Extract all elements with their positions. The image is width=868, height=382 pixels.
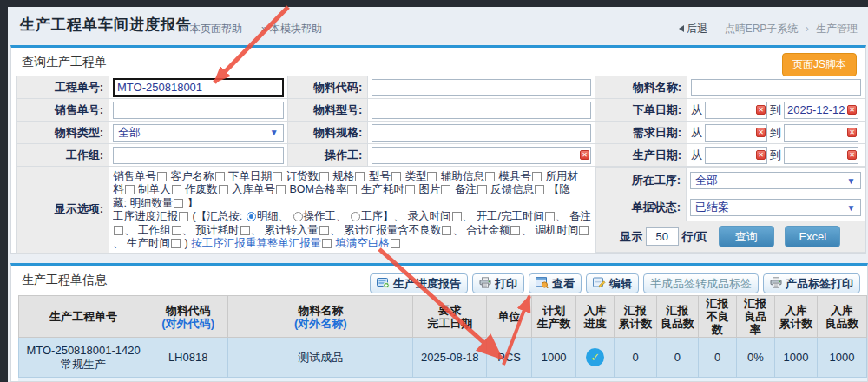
clear-date-icon[interactable]: ✕ <box>756 128 766 137</box>
back-button[interactable]: 后退 <box>679 23 707 35</box>
option-link[interactable]: 填满空白格 <box>336 237 391 249</box>
column-header[interactable]: 汇报良品数 <box>656 296 698 338</box>
material-type-select[interactable]: 全部▼ <box>113 124 284 142</box>
column-header[interactable]: 要求完工日期 <box>413 296 487 338</box>
sales-no-input[interactable] <box>113 102 284 119</box>
checkbox[interactable] <box>427 172 437 181</box>
material-name-input[interactable] <box>691 79 861 96</box>
checkbox[interactable] <box>405 185 415 194</box>
checkbox[interactable] <box>322 239 332 248</box>
checkbox[interactable] <box>452 212 462 221</box>
order-no-input[interactable] <box>113 78 284 97</box>
checkbox[interactable] <box>347 185 357 194</box>
column-header[interactable]: 入库累计数 <box>774 296 817 338</box>
cell: 0 <box>615 338 656 378</box>
checkbox[interactable] <box>545 212 555 221</box>
column-header[interactable]: 物料代码(对外代码) <box>148 296 228 338</box>
material-model-input[interactable] <box>372 102 591 119</box>
checkbox[interactable] <box>355 172 365 181</box>
cell: 1000 <box>774 338 817 378</box>
column-header[interactable]: 物料名称(对外名称) <box>228 296 413 338</box>
checkbox[interactable] <box>391 239 400 248</box>
operator-input[interactable] <box>372 147 591 164</box>
clear-date-icon[interactable]: ✕ <box>847 150 857 160</box>
checkbox[interactable] <box>441 185 450 194</box>
checkbox[interactable] <box>172 226 181 235</box>
production-progress-report-button[interactable]: 生产进度报告 <box>370 273 468 293</box>
product-label-print-button[interactable]: 产品标签打印 <box>763 273 860 293</box>
display-options-line: 销售单号 客户名称 下单日期 订货数 规格 型号 类型 辅助信息 模具号 所用材 <box>113 169 591 183</box>
column-header[interactable]: 单位 <box>487 296 532 338</box>
checkbox[interactable] <box>535 185 544 194</box>
clear-date-icon[interactable]: ✕ <box>756 105 766 115</box>
checkbox[interactable] <box>174 199 183 208</box>
breadcrumb-separator: › <box>806 23 809 35</box>
breadcrumb-system[interactable]: 点晴ERP子系统 <box>725 23 799 35</box>
search-button[interactable]: 查询 <box>719 226 774 247</box>
page-help-link[interactable]: » 本页面帮助 <box>181 22 242 36</box>
page-js-script-button[interactable]: 页面JS脚本 <box>782 53 857 76</box>
option-link[interactable]: 按工序汇报重算整单汇报量 <box>191 237 321 249</box>
clear-date-icon[interactable]: ✕ <box>847 105 857 115</box>
column-header[interactable]: 入库良品数 <box>818 296 867 338</box>
checkbox[interactable] <box>172 185 181 194</box>
checkbox[interactable] <box>240 226 250 235</box>
column-header[interactable]: 汇报累计数 <box>615 296 656 338</box>
option-label: 【隐 <box>545 183 569 195</box>
window-left-edge <box>0 0 8 382</box>
option-label: 、 备注 <box>556 210 591 222</box>
checkbox[interactable] <box>319 172 329 181</box>
module-help-link[interactable]: » 本模块帮助 <box>261 22 322 36</box>
material-spec-input[interactable] <box>372 124 591 142</box>
checkbox[interactable] <box>510 226 520 235</box>
checkbox[interactable] <box>532 172 542 181</box>
checkbox[interactable] <box>391 172 401 181</box>
print-button[interactable]: 打印 <box>472 273 524 293</box>
table-row[interactable]: MTO-250818001-1420常规生产LH0818测试成品2025-08-… <box>19 338 867 378</box>
toolbar-button-label: 半成品签转成品标签 <box>650 276 752 292</box>
station-select[interactable]: 全部▼ <box>690 172 860 189</box>
checkbox[interactable] <box>276 185 286 194</box>
clear-date-icon[interactable]: ✕ <box>847 128 857 137</box>
workgroup-input[interactable] <box>113 147 284 164</box>
radio-summary-process[interactable] <box>351 212 360 221</box>
checkbox[interactable] <box>179 212 188 221</box>
checkbox[interactable] <box>442 226 451 235</box>
column-header[interactable]: 汇报良品率 <box>736 296 774 338</box>
checkbox[interactable] <box>157 172 167 181</box>
view-button[interactable]: 查看 <box>529 273 582 293</box>
cell: MTO-250818001-1420常规生产 <box>19 338 148 378</box>
status-select[interactable]: 已结案▼ <box>690 199 860 216</box>
order-date-range: 从✕到✕ <box>691 102 861 119</box>
checkbox[interactable] <box>114 226 123 235</box>
clear-date-icon[interactable]: ✕ <box>580 150 589 160</box>
breadcrumb-production[interactable]: 生产管理 <box>816 23 858 35</box>
excel-button[interactable]: Excel <box>785 226 840 247</box>
checkbox[interactable] <box>125 185 135 194</box>
radio-summary-detail[interactable] <box>247 212 256 221</box>
checkbox[interactable] <box>171 239 181 248</box>
checkbox[interactable] <box>319 226 329 235</box>
clear-date-icon[interactable]: ✕ <box>756 150 766 160</box>
checkbox[interactable] <box>273 172 282 181</box>
option-label: 生产耗时 <box>358 183 404 195</box>
checkbox[interactable] <box>579 226 589 235</box>
grid-toolbar: 生产进度报告打印查看编辑半成品签转成品标签产品标签打印 <box>370 273 860 293</box>
edit-button[interactable]: 编辑 <box>586 273 639 293</box>
radio-summary-operator[interactable] <box>293 212 303 221</box>
rows-per-page-input[interactable] <box>646 227 679 246</box>
form-label: 工程单号: <box>17 76 109 99</box>
column-header[interactable]: 计划生产数 <box>532 296 576 338</box>
material-code-input[interactable] <box>372 79 591 96</box>
form-field-cell <box>109 99 288 122</box>
form-label: 工作组: <box>17 144 109 167</box>
column-header[interactable]: 入库进度 <box>576 296 615 338</box>
checkbox[interactable] <box>485 172 495 181</box>
column-header[interactable]: 生产工程单号 <box>19 296 148 338</box>
checkbox[interactable] <box>215 172 225 181</box>
semi-to-finished-label-button[interactable]: 半成品签转成品标签 <box>643 273 759 293</box>
option-label: 反馈信息 <box>488 183 534 195</box>
column-header[interactable]: 汇报不良数 <box>699 296 737 338</box>
checkbox[interactable] <box>477 185 487 194</box>
checkbox[interactable] <box>219 185 228 194</box>
